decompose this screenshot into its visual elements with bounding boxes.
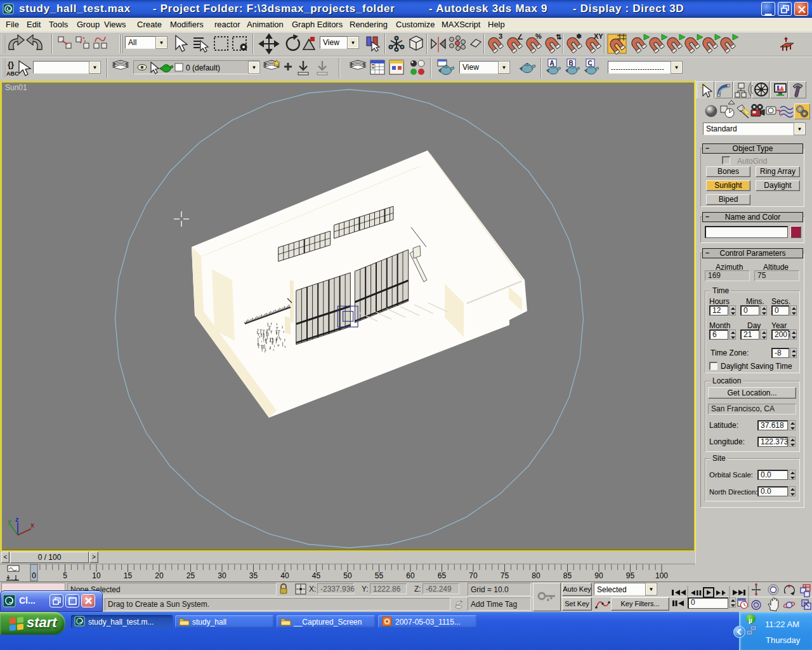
svg-text:x: x (30, 521, 35, 529)
svg-text:65: 65 (438, 571, 447, 580)
svg-text:XY: XY (594, 32, 603, 40)
svg-text:60: 60 (406, 571, 415, 580)
svg-text:55: 55 (375, 571, 384, 580)
svg-text:0: 0 (32, 571, 36, 580)
svg-text:∠: ∠ (517, 33, 523, 41)
svg-text:❄: ❄ (576, 32, 582, 40)
svg-text:10: 10 (92, 571, 101, 580)
svg-text:80: 80 (532, 571, 540, 580)
svg-text:30: 30 (218, 571, 226, 580)
svg-text:85: 85 (563, 571, 572, 580)
svg-text:70: 70 (469, 571, 478, 580)
svg-text:35: 35 (249, 571, 258, 580)
svg-text:z: z (15, 515, 19, 523)
svg-text:40: 40 (280, 571, 289, 580)
svg-text:⇅: ⇅ (556, 33, 562, 41)
svg-text:90: 90 (594, 571, 603, 580)
svg-text:y: y (8, 517, 12, 525)
svg-text:75: 75 (501, 571, 509, 580)
svg-text:15: 15 (124, 571, 133, 580)
svg-text:100: 100 (655, 571, 668, 580)
svg-text:5: 5 (63, 571, 67, 580)
svg-text:50: 50 (343, 571, 352, 580)
svg-text:25: 25 (187, 571, 195, 580)
svg-text:45: 45 (312, 571, 321, 580)
svg-text:%: % (535, 32, 542, 40)
svg-text:95: 95 (626, 571, 635, 580)
svg-text:3: 3 (499, 32, 502, 40)
svg-text:20: 20 (155, 571, 164, 580)
